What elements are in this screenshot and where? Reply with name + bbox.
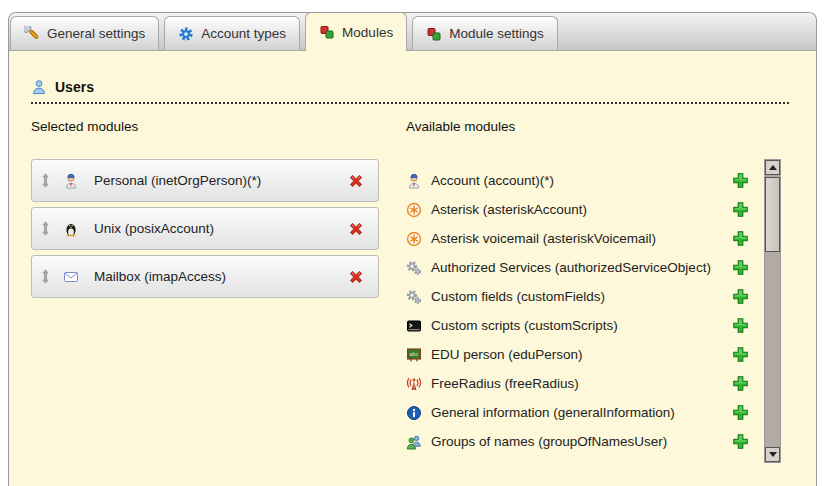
group-icon xyxy=(406,434,424,450)
available-modules-heading: Available modules xyxy=(406,119,515,134)
arrow-down-icon xyxy=(769,452,777,457)
module-label: Asterisk voicemail (asteriskVoicemail) xyxy=(431,231,732,246)
add-module-button[interactable] xyxy=(732,172,749,189)
remove-module-button[interactable] xyxy=(347,268,365,286)
tux-icon xyxy=(63,221,81,237)
scrollbar-thumb[interactable] xyxy=(765,177,780,252)
users-icon xyxy=(31,79,47,95)
terminal-icon xyxy=(406,318,424,334)
tab-label: Module settings xyxy=(449,26,544,41)
module-label: Mailbox (imapAccess) xyxy=(94,269,347,284)
module-label: Account (account)(*) xyxy=(431,173,732,188)
info-icon xyxy=(406,405,424,421)
available-module-row: Custom scripts (customScripts) xyxy=(406,311,749,340)
module-label: Unix (posixAccount) xyxy=(94,221,347,236)
add-module-button[interactable] xyxy=(732,259,749,276)
tab-account-types[interactable]: Account types xyxy=(164,16,300,50)
mail-icon xyxy=(63,269,81,285)
selected-module-row[interactable]: Personal (inetOrgPerson)(*) xyxy=(31,159,379,202)
selected-module-row[interactable]: Unix (posixAccount) xyxy=(31,207,379,250)
available-module-row: FreeRadius (freeRadius) xyxy=(406,369,749,398)
scroll-down-button[interactable] xyxy=(765,447,780,462)
scroll-up-button[interactable] xyxy=(765,160,780,175)
gears-icon xyxy=(406,260,424,276)
module-label: Custom scripts (customScripts) xyxy=(431,318,732,333)
config-window: General settings Account types Modules M… xyxy=(8,12,817,486)
selected-modules-list: Personal (inetOrgPerson)(*) Unix (posixA… xyxy=(31,159,379,303)
available-module-row: Authorized Services (authorizedServiceOb… xyxy=(406,253,749,282)
antenna-icon xyxy=(406,376,424,392)
tab-bar: General settings Account types Modules M… xyxy=(9,13,816,51)
module-label: General information (generalInformation) xyxy=(431,405,732,420)
remove-module-button[interactable] xyxy=(347,172,365,190)
module-label: Custom fields (customFields) xyxy=(431,289,732,304)
tab-module-settings[interactable]: Module settings xyxy=(412,16,558,50)
person-icon xyxy=(63,173,81,189)
tab-label: General settings xyxy=(47,26,145,41)
drag-handle-icon[interactable] xyxy=(40,173,51,188)
wrench-icon xyxy=(24,26,40,42)
available-module-row: General information (generalInformation) xyxy=(406,398,749,427)
module-label: Authorized Services (authorizedServiceOb… xyxy=(431,260,732,275)
add-module-button[interactable] xyxy=(732,201,749,218)
add-module-button[interactable] xyxy=(732,288,749,305)
selected-modules-heading: Selected modules xyxy=(31,119,138,134)
tab-label: Modules xyxy=(342,25,393,40)
arrow-up-icon xyxy=(769,165,777,170)
available-module-row: Custom fields (customFields) xyxy=(406,282,749,311)
available-module-row: Asterisk voicemail (asteriskVoicemail) xyxy=(406,224,749,253)
add-module-button[interactable] xyxy=(732,230,749,247)
gears-icon xyxy=(406,289,424,305)
selected-module-row[interactable]: Mailbox (imapAccess) xyxy=(31,255,379,298)
module-label: Personal (inetOrgPerson)(*) xyxy=(94,173,347,188)
tab-label: Account types xyxy=(201,26,286,41)
person-icon xyxy=(406,173,424,189)
remove-module-button[interactable] xyxy=(347,220,365,238)
available-modules-scrollbar[interactable] xyxy=(764,159,781,463)
modules-icon xyxy=(426,26,442,42)
account-type-section-header: Users xyxy=(31,79,789,104)
svg-text:abc: abc xyxy=(409,350,418,356)
drag-handle-icon[interactable] xyxy=(40,221,51,236)
module-label: FreeRadius (freeRadius) xyxy=(431,376,732,391)
modules-panel: Users Selected modules Available modules… xyxy=(9,51,816,486)
available-module-row: Account (account)(*) xyxy=(406,166,749,195)
gear-blue-icon xyxy=(178,26,194,42)
available-module-row: Asterisk (asteriskAccount) xyxy=(406,195,749,224)
asterisk-icon xyxy=(406,231,424,247)
modules-icon xyxy=(319,24,335,40)
available-modules-list: Account (account)(*) Asterisk (asteriskA… xyxy=(406,166,749,456)
tab-modules[interactable]: Modules xyxy=(305,12,407,51)
add-module-button[interactable] xyxy=(732,375,749,392)
available-module-row: abc EDU person (eduPerson) xyxy=(406,340,749,369)
module-label: EDU person (eduPerson) xyxy=(431,347,732,362)
add-module-button[interactable] xyxy=(732,404,749,421)
tab-general-settings[interactable]: General settings xyxy=(10,16,159,50)
available-module-row: Groups of names (groupOfNamesUser) xyxy=(406,427,749,456)
asterisk-icon xyxy=(406,202,424,218)
add-module-button[interactable] xyxy=(732,317,749,334)
section-title: Users xyxy=(55,79,94,95)
drag-handle-icon[interactable] xyxy=(40,269,51,284)
add-module-button[interactable] xyxy=(732,346,749,363)
add-module-button[interactable] xyxy=(732,433,749,450)
module-label: Groups of names (groupOfNamesUser) xyxy=(431,434,732,449)
module-label: Asterisk (asteriskAccount) xyxy=(431,202,732,217)
board-icon: abc xyxy=(406,347,424,363)
